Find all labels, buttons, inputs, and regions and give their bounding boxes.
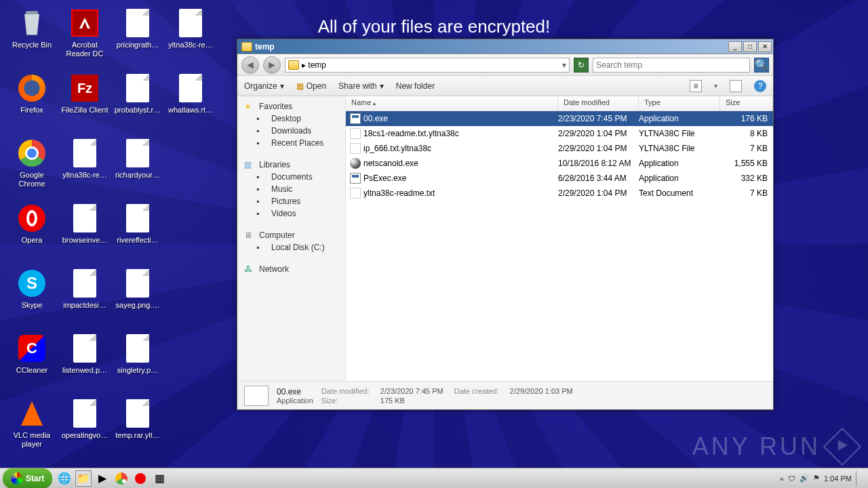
- library-icon: ▥: [244, 160, 255, 169]
- file-row[interactable]: 18cs1-readme.txt.yltna38c2/29/2020 1:04 …: [346, 126, 773, 141]
- tray-flag-icon[interactable]: ⚑: [813, 474, 820, 483]
- organize-button[interactable]: Organize ▾: [244, 81, 284, 91]
- file-icon: [350, 173, 361, 184]
- close-button[interactable]: ✕: [758, 41, 772, 52]
- desktop-icon[interactable]: operatingvo…: [58, 396, 111, 461]
- sidebar-item[interactable]: ▪Desktop: [237, 113, 345, 125]
- col-date[interactable]: Date modified: [558, 96, 639, 110]
- sidebar-item[interactable]: ▪Documents: [237, 171, 345, 183]
- favorites-group[interactable]: ★Favorites: [237, 100, 345, 113]
- sidebar: ★Favorites ▪Desktop▪Downloads▪Recent Pla…: [237, 96, 346, 381]
- system-tray[interactable]: « 🛡 🔊 ⚑ 1:04 PM: [776, 471, 868, 486]
- file-date: 2/29/2020 1:04 PM: [558, 144, 639, 153]
- taskbar-ie-icon[interactable]: 🌐: [56, 470, 73, 487]
- desktop-icon-label: impactdesi…: [63, 301, 106, 310]
- desktop-icon[interactable]: VLC media player: [5, 396, 58, 461]
- desktop-icon[interactable]: SSkype: [5, 266, 58, 331]
- windows-orb-icon: [11, 472, 23, 485]
- sidebar-item[interactable]: ▪Local Disk (C:): [237, 241, 345, 253]
- dropdown-icon[interactable]: ▾: [562, 60, 566, 70]
- file-type: Text Document: [639, 188, 720, 198]
- ransom-message: All of your files are encrypted!: [318, 16, 551, 37]
- search-button[interactable]: 🔍: [754, 58, 769, 73]
- desktop-icon[interactable]: Google Chrome: [5, 136, 58, 201]
- sidebar-item[interactable]: ▪Pictures: [237, 195, 345, 207]
- forward-button[interactable]: ►: [263, 56, 281, 74]
- col-size[interactable]: Size: [720, 96, 773, 110]
- desktop-icon[interactable]: whatlaws.rt…: [164, 70, 217, 136]
- taskbar-chrome-icon[interactable]: [113, 470, 130, 487]
- file-row[interactable]: netscanold.exe10/18/2016 8:12 AMApplicat…: [346, 156, 773, 171]
- computer-group[interactable]: 🖥Computer: [237, 229, 345, 241]
- file-icon: [123, 73, 153, 103]
- new-folder-button[interactable]: New folder: [396, 81, 435, 91]
- sidebar-item[interactable]: ▪Videos: [237, 207, 345, 220]
- help-button[interactable]: ?: [754, 80, 766, 92]
- desktop-icon[interactable]: rivereffecti…: [111, 201, 164, 266]
- desktop-icon[interactable]: browseinve…: [58, 201, 111, 266]
- taskbar-media-icon[interactable]: ▶: [94, 470, 111, 487]
- desktop-icon[interactable]: CCCleaner: [5, 331, 58, 396]
- size-value: 175 KB: [380, 396, 443, 405]
- desktop-icon[interactable]: yltna38c-re…: [164, 5, 217, 70]
- file-row[interactable]: PsExec.exe6/28/2016 3:44 AMApplication33…: [346, 171, 773, 186]
- search-input[interactable]: [596, 60, 747, 70]
- desktop-icon[interactable]: Opera: [5, 201, 58, 266]
- maximize-button[interactable]: □: [743, 41, 757, 52]
- desktop-icon[interactable]: probablyst.r…: [111, 70, 164, 136]
- tray-shield-icon[interactable]: 🛡: [788, 474, 795, 483]
- open-button[interactable]: ▦ Open: [296, 81, 326, 91]
- file-size: 176 KB: [720, 114, 773, 123]
- item-icon: ▪: [256, 138, 267, 148]
- start-button[interactable]: Start: [3, 468, 52, 489]
- desktop-icon[interactable]: impactdesi…: [58, 266, 111, 331]
- desktop-icon[interactable]: Recycle Bin: [5, 5, 58, 70]
- show-desktop[interactable]: [856, 471, 864, 486]
- desktop-icon[interactable]: pricingrath…: [111, 5, 164, 70]
- titlebar[interactable]: temp _ □ ✕: [237, 39, 773, 54]
- desktop-icon[interactable]: FzFileZilla Client: [58, 70, 111, 136]
- view-dropdown-icon[interactable]: ▾: [714, 82, 717, 89]
- tray-volume-icon[interactable]: 🔊: [800, 474, 809, 483]
- file-type: YLTNA38C File: [639, 129, 720, 138]
- refresh-button[interactable]: ↻: [574, 58, 589, 73]
- desktop-icon[interactable]: singletry.p…: [111, 331, 164, 396]
- file-date: 2/29/2020 1:04 PM: [558, 188, 639, 198]
- file-row[interactable]: yltna38c-readme.txt2/29/2020 1:04 PMText…: [346, 186, 773, 201]
- file-row[interactable]: 00.exe2/23/2020 7:45 PMApplication176 KB: [346, 111, 773, 126]
- col-type[interactable]: Type: [639, 96, 720, 110]
- sidebar-item[interactable]: ▪Downloads: [237, 125, 345, 137]
- opera-icon: [17, 203, 47, 233]
- back-button[interactable]: ◄: [241, 56, 259, 74]
- file-row[interactable]: ip_666.txt.yltna38c2/29/2020 1:04 PMYLTN…: [346, 141, 773, 156]
- tray-clock[interactable]: 1:04 PM: [824, 474, 852, 483]
- view-options-button[interactable]: ≡: [690, 80, 702, 92]
- search-box[interactable]: [593, 58, 750, 73]
- desktop-icon[interactable]: Acrobat Reader DC: [58, 5, 111, 70]
- taskbar-explorer-icon[interactable]: 📁: [75, 470, 92, 487]
- sidebar-item[interactable]: ▪Recent Places: [237, 137, 345, 149]
- taskbar-opera-icon[interactable]: [132, 470, 149, 487]
- file-icon: [70, 268, 100, 298]
- file-type: Application: [639, 114, 720, 123]
- minimize-button[interactable]: _: [728, 41, 742, 52]
- preview-pane-button[interactable]: [730, 80, 742, 92]
- network-icon: 🖧: [244, 264, 255, 274]
- item-icon: ▪: [256, 197, 267, 206]
- taskbar-app-icon[interactable]: ▦: [151, 470, 167, 487]
- window-title: temp: [255, 42, 728, 52]
- desktop-icon[interactable]: temp.rar.ylt…: [111, 396, 164, 461]
- desktop-icon[interactable]: listenwed.p…: [58, 331, 111, 396]
- address-bar[interactable]: ▸ temp ▾: [285, 58, 570, 73]
- file-icon: [123, 203, 153, 233]
- col-name[interactable]: Name ▴: [346, 96, 558, 110]
- network-group[interactable]: 🖧Network: [237, 263, 345, 275]
- desktop-icon[interactable]: Firefox: [5, 70, 58, 136]
- sidebar-item[interactable]: ▪Music: [237, 183, 345, 195]
- desktop-icon[interactable]: richardyour…: [111, 136, 164, 201]
- desktop-icon[interactable]: sayeg.png.…: [111, 266, 164, 331]
- libraries-group[interactable]: ▥Libraries: [237, 159, 345, 171]
- tray-chevron-icon[interactable]: «: [780, 474, 784, 483]
- desktop-icon[interactable]: yltna38c-re…: [58, 136, 111, 201]
- share-with-button[interactable]: Share with ▾: [338, 81, 384, 91]
